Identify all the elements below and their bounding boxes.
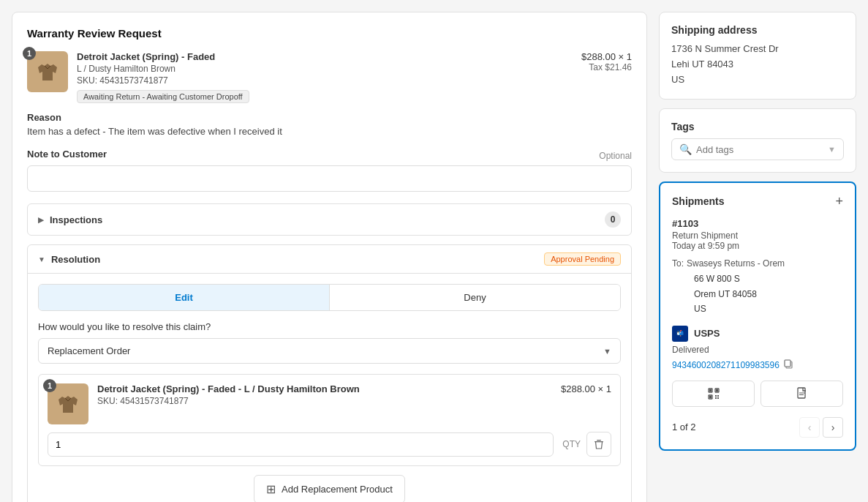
svg-rect-6 [709,389,712,392]
svg-rect-3 [785,360,790,367]
collapse-arrow-right-icon: ▶ [38,216,44,224]
shipments-title: Shipments [672,195,725,207]
shipments-header: Shipments + [672,195,843,208]
add-product-icon: ⊞ [266,482,276,496]
copy-tracking-button[interactable] [784,359,794,372]
add-shipment-button[interactable]: + [835,195,843,208]
shipping-line3: US [671,72,844,88]
shipping-title: Shipping address [671,24,844,36]
tracking-row: 9434600208271109983596 [672,359,843,372]
resolution-header[interactable]: ▼ Resolution Approval Pending [28,245,631,273]
shipment-to-name: Swaseys Returns - Orem [687,258,785,269]
qr-code-button[interactable] [672,381,755,407]
replacement-product-name: Detroit Jacket (Spring) - Faded - L / Du… [97,383,552,394]
product-row: 1 Detroit Jacket (Spring) - Faded L / Du… [27,51,632,103]
svg-rect-13 [715,397,717,399]
shipping-line2: Lehi UT 84043 [671,57,844,72]
side-panel: Shipping address 1736 N Summer Crest Dr … [659,12,856,502]
shipment-time: Today at 9:59 pm [672,241,843,251]
shipping-address-card: Shipping address 1736 N Summer Crest Dr … [659,12,856,100]
qty-badge: 1 [23,47,36,60]
replacement-product-sku: SKU: 45431573741877 [97,396,552,406]
reason-label: Reason [27,112,632,123]
resolution-content: Edit Deny How would you like to resolve … [28,273,631,502]
carrier-name: USPS [694,328,720,339]
product-thumb-wrapper: 1 [27,51,68,92]
tags-input[interactable] [696,144,823,155]
to-address1: 66 W 800 S [694,271,843,286]
shipments-card: Shipments + #1103 Return Shipment Today … [659,181,856,450]
svg-rect-8 [716,389,718,392]
product-sku: SKU: 45431573741877 [77,75,573,86]
resolution-type-dropdown[interactable]: Replacement Order ▼ [38,338,621,364]
status-badge: Awaiting Return - Awaiting Customer Drop… [77,90,249,103]
usps-icon: 📬 [672,326,688,342]
reason-value: Item has a defect - The item was defecti… [27,126,632,137]
edit-button[interactable]: Edit [39,285,330,310]
replacement-price: $288.00 × 1 [561,383,611,394]
svg-rect-1 [597,440,601,441]
qty-label: QTY [562,439,581,449]
note-optional: Optional [599,151,632,161]
replacement-thumb-wrapper: 1 [48,383,88,424]
note-header: Note to Customer Optional [27,149,632,162]
tags-card: Tags 🔍 ▼ [659,108,856,173]
resolution-label: Resolution [51,254,100,265]
approval-status-badge: Approval Pending [544,252,621,266]
svg-rect-14 [717,397,719,399]
add-replacement-button[interactable]: ⊞ Add Replacement Product [254,475,405,502]
svg-rect-10 [709,396,712,398]
shipment-number: #1103 [672,218,843,229]
shipping-line1: 1736 N Summer Crest Dr [671,42,844,57]
inspections-label: Inspections [50,214,102,225]
page-title: Warranty Review Request [27,27,632,40]
edit-deny-row: Edit Deny [38,284,621,311]
shipment-to-row: To: Swaseys Returns - Orem [672,258,843,270]
note-input[interactable] [27,165,632,192]
inspections-header[interactable]: ▶ Inspections 0 [28,204,631,235]
pagination-row: 1 of 2 ‹ › [672,417,843,438]
shipment-type: Return Shipment [672,231,843,241]
next-page-button[interactable]: › [823,417,843,438]
search-icon: 🔍 [679,143,692,155]
carrier-row: 📬 USPS [672,326,843,342]
add-replacement-wrapper: ⊞ Add Replacement Product [38,475,621,502]
resolve-question: How would you like to resolve this claim… [38,321,621,332]
product-variant: L / Dusty Hamilton Brown [77,64,573,74]
inspections-header-left: ▶ Inspections [38,214,102,225]
replacement-product-info: Detroit Jacket (Spring) - Faded - L / Du… [97,383,552,411]
product-info: Detroit Jacket (Spring) - Faded L / Dust… [77,51,573,103]
tags-title: Tags [671,121,844,132]
product-pricing: $288.00 × 1 Tax $21.46 [581,51,632,72]
shipment-to-label: To: [672,258,684,269]
replacement-product-row: 1 Detroit Jacket (Spring) - Faded - L / … [48,383,611,424]
tracking-number-link[interactable]: 9434600208271109983596 [672,360,780,370]
qty-input-row: QTY [48,432,611,457]
svg-rect-12 [717,395,719,397]
document-button[interactable] [761,381,843,407]
shipment-address: 66 W 800 S Orem UT 84058 US [694,271,843,316]
svg-rect-11 [715,395,717,397]
to-country: US [694,301,843,316]
reason-field: Reason Item has a defect - The item was … [27,112,632,137]
inspections-count: 0 [605,211,621,228]
delivery-status: Delivered [672,345,843,355]
product-tax: Tax $21.46 [581,62,632,72]
pagination-info: 1 of 2 [672,422,696,432]
resolution-type-value: Replacement Order [48,345,130,356]
resolution-section: ▼ Resolution Approval Pending Edit Deny … [27,244,632,502]
qty-input[interactable] [48,432,554,457]
delete-replacement-button[interactable] [586,432,611,457]
note-field: Note to Customer Optional [27,149,632,192]
note-label: Note to Customer [27,149,107,160]
tags-input-row[interactable]: 🔍 ▼ [671,138,844,160]
deny-button[interactable]: Deny [330,285,620,310]
collapse-arrow-down-icon: ▼ [38,255,45,263]
pagination-buttons: ‹ › [799,417,843,438]
tags-chevron-icon: ▼ [828,145,836,154]
replacement-qty-badge: 1 [43,379,56,392]
resolution-header-left: ▼ Resolution [38,254,100,265]
to-address2: Orem UT 84058 [694,287,843,301]
sku-value: 45431573741877 [99,75,167,86]
prev-page-button[interactable]: ‹ [799,417,820,438]
